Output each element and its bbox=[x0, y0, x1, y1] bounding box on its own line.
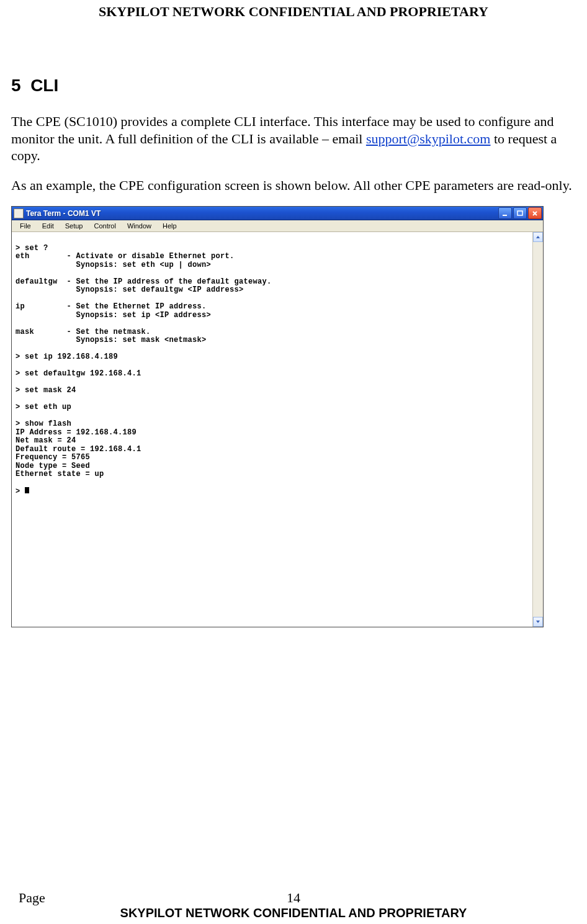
menu-bar: File Edit Setup Control Window Help bbox=[12, 220, 543, 232]
intro-paragraph-1: The CPE (SC1010) provides a complete CLI… bbox=[11, 113, 576, 164]
menu-control[interactable]: Control bbox=[88, 222, 121, 230]
section-heading: 5 CLI bbox=[11, 76, 576, 96]
menu-window[interactable]: Window bbox=[122, 222, 157, 230]
scroll-down-button[interactable] bbox=[533, 617, 543, 627]
terminal-output[interactable]: > set ? eth - Activate or disable Ethern… bbox=[12, 232, 532, 627]
minimize-button[interactable] bbox=[498, 207, 512, 219]
intro-paragraph-2: As an example, the CPE configuration scr… bbox=[11, 177, 576, 194]
page-footer: Page 14 SKYPILOT NETWORK CONFIDENTIAL AN… bbox=[0, 890, 587, 920]
cursor-icon bbox=[25, 487, 29, 493]
menu-setup[interactable]: Setup bbox=[60, 222, 89, 230]
header-banner: SKYPILOT NETWORK CONFIDENTIAL AND PROPRI… bbox=[11, 0, 576, 20]
terminal-window: Tera Term - COM1 VT File Edit Setup Cont… bbox=[11, 206, 544, 627]
close-button[interactable] bbox=[528, 207, 542, 219]
menu-file[interactable]: File bbox=[14, 222, 37, 230]
footer-banner: SKYPILOT NETWORK CONFIDENTIAL AND PROPRI… bbox=[0, 906, 587, 920]
support-email-link[interactable]: support@skypilot.com bbox=[366, 131, 491, 146]
footer-page-number: 14 bbox=[287, 890, 300, 906]
svg-rect-0 bbox=[503, 215, 507, 216]
svg-rect-1 bbox=[518, 211, 522, 215]
app-icon bbox=[14, 209, 24, 218]
section-title-text: CLI bbox=[30, 76, 58, 95]
menu-help[interactable]: Help bbox=[157, 222, 182, 230]
window-titlebar[interactable]: Tera Term - COM1 VT bbox=[12, 207, 543, 220]
vertical-scrollbar[interactable] bbox=[532, 232, 543, 627]
section-number: 5 bbox=[11, 76, 21, 95]
window-title: Tera Term - COM1 VT bbox=[26, 209, 101, 218]
scroll-up-button[interactable] bbox=[533, 232, 543, 242]
maximize-button[interactable] bbox=[513, 207, 527, 219]
menu-edit[interactable]: Edit bbox=[37, 222, 60, 230]
scroll-track[interactable] bbox=[533, 242, 543, 617]
footer-page-label: Page bbox=[19, 890, 45, 906]
